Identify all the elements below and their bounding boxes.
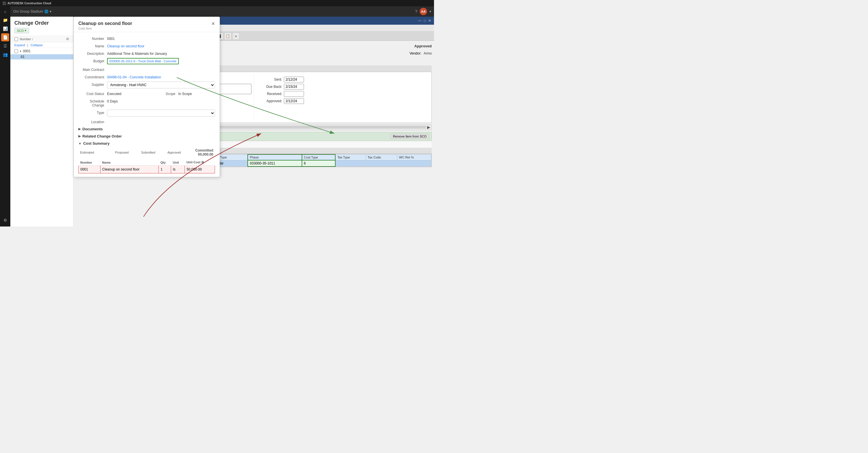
received-row: Received: [256, 91, 427, 97]
approved-label: Approved: [256, 99, 282, 103]
nav-home[interactable]: ⌂ [1, 7, 9, 16]
vendor-value: Arms [424, 51, 432, 55]
nav-chart[interactable]: 📊 [1, 25, 9, 33]
scope-value: In Scope [178, 91, 215, 96]
main-layout: Change Order SCO ▾ Number ↑ ⚙ Expand | C… [10, 17, 434, 227]
col-tax-code: Tax Code [366, 154, 397, 160]
related-co-section[interactable]: ▶ Related Change Order [79, 134, 215, 139]
list-item[interactable]: ▾ 0001 [10, 48, 73, 54]
chevron-icon: ▾ [50, 9, 51, 13]
change-order-panel: Change Order SCO ▾ Number ↑ ⚙ Expand | C… [10, 17, 73, 227]
name-label: Name [79, 43, 107, 48]
expand-link[interactable]: Expand [14, 43, 25, 47]
supplier-label: Supplier [79, 82, 107, 87]
due-back-label: Due Back: [256, 85, 282, 89]
nav-document[interactable]: 📄 [1, 33, 9, 41]
number-row: Number 0001 [79, 36, 215, 41]
supplier-row: Supplier Armstrong - Huel HVAC [79, 82, 215, 88]
name-value: Cleanup on second floor [107, 43, 215, 48]
item-number-cell: 0001 [79, 165, 100, 173]
left-nav: ⌂ 📁 📊 📄 ☰ 👥 ⚙ [0, 6, 10, 227]
select-all-checkbox[interactable] [14, 37, 18, 41]
minimize-btn[interactable]: — [418, 19, 422, 23]
info-right: Sent: Due Back: Received: Approved: [254, 74, 429, 120]
description-label: Description [79, 51, 107, 56]
phase-cell: 033000-35-1011 [248, 160, 302, 167]
due-back-input[interactable] [284, 84, 304, 90]
sent-label: Sent: [256, 78, 282, 82]
help-icon[interactable]: ? [415, 9, 417, 14]
budget-label: Budget [79, 58, 107, 63]
location-label: Location [79, 119, 107, 124]
vendor-label: Vendor: [410, 51, 422, 55]
tool-clipboard[interactable]: 📋 [224, 32, 231, 40]
schedule-change-label: Schedule Change [79, 98, 107, 108]
cost-summary-table: Estimated Proposed Submitted Approved Co… [79, 147, 215, 158]
documents-section[interactable]: ▶ Documents [79, 127, 215, 131]
nav-people[interactable]: 👥 [1, 51, 9, 59]
col-phase: Phase [248, 154, 302, 160]
collapse-link[interactable]: Collapse [30, 43, 43, 47]
globe-icon: 🌐 [44, 9, 49, 13]
cost-status-value: Executed [107, 91, 144, 96]
modal-subtitle: Cost Item [79, 27, 132, 30]
tax-type-cell [335, 160, 366, 167]
maximize-btn[interactable]: □ [424, 19, 426, 23]
chevron-down-icon: ▾ [429, 9, 431, 13]
item-name-cell: Cleanup on second floor [100, 165, 159, 173]
commitment-value: 00498-01-04 - Concrete Installation [107, 74, 215, 79]
cost-summary-section[interactable]: ▼ Cost Summary [79, 141, 215, 146]
sent-row: Sent: [256, 77, 427, 82]
sub-item[interactable]: 01 [10, 54, 73, 59]
item-checkbox[interactable] [14, 49, 18, 53]
due-back-row: Due Back: [256, 84, 427, 90]
nav-settings[interactable]: ⚙ [1, 216, 9, 224]
description-value: Additional Time & Materials for January [107, 51, 215, 56]
schedule-change-row: Schedule Change 0 Days [79, 98, 215, 108]
chevron-down-icon: ▾ [25, 29, 26, 32]
close-btn[interactable]: ✕ [428, 19, 431, 23]
tax-code-cell [366, 160, 397, 167]
main-contract-row: Main Contract [79, 67, 215, 72]
submitted-col: Submitted [130, 147, 157, 158]
nav-arrow-right[interactable]: ▶ [427, 125, 430, 129]
chevron-right-icon-2: ▶ [79, 134, 81, 138]
tool-nav-back[interactable]: « [232, 32, 240, 40]
item-qty-cell: 1 [159, 165, 171, 173]
proposed-col: Proposed [105, 147, 130, 158]
nav-folder[interactable]: 📁 [1, 16, 9, 24]
sco-dropdown[interactable]: SCO ▾ [14, 28, 29, 33]
budget-row: Budget 033000-35-1011-6 - Truck Dock Wal… [79, 58, 215, 64]
list-settings-icon[interactable]: ⚙ [66, 37, 69, 41]
cost-item-modal: Cleanup on second floor Cost Item ✕ Numb… [73, 17, 220, 177]
chevron-down-icon-2: ▼ [79, 142, 82, 145]
project-title: Orn Group Stadium [13, 9, 43, 13]
app-logo: ⬛ AUTODESK Construction Cloud [2, 1, 51, 5]
cost-items-table: Number Name Qty Unit Unit Cost ⚙ 0001 Cl… [79, 159, 215, 173]
type-select[interactable] [107, 110, 215, 117]
item-unit-cell: ls [171, 165, 185, 173]
col-tax-type: Tax Type [335, 154, 366, 160]
col-unit-cost: Unit Cost ⚙ [185, 159, 215, 165]
sent-input[interactable] [284, 77, 304, 82]
modal-body: Number 0001 Name Cleanup on second floor… [74, 32, 220, 177]
number-column-header[interactable]: Number ↑ [20, 37, 33, 41]
erp-window-controls: — □ ✕ [418, 19, 431, 23]
col-unit: Unit [171, 159, 185, 165]
received-input[interactable] [284, 91, 304, 97]
scope-label: Scope [150, 91, 178, 96]
approved-input[interactable] [284, 98, 304, 104]
nav-list[interactable]: ☰ [1, 42, 9, 50]
avatar[interactable]: AA [420, 8, 427, 15]
gear-icon: ⚙ [201, 160, 204, 164]
status-badge: Approved [414, 44, 432, 48]
commitment-row: Commitment 00498-01-04 - Concrete Instal… [79, 74, 215, 79]
number-label: Number [79, 36, 107, 41]
remove-item-btn[interactable]: Remove Item from SCO [391, 134, 429, 139]
type-row: Type [79, 110, 215, 117]
supplier-select[interactable]: Armstrong - Huel HVAC [107, 82, 215, 88]
modal-header: Cleanup on second floor Cost Item ✕ [74, 17, 220, 32]
budget-value: 033000-35-1011-6 - Truck Dock Wall - Con… [107, 58, 179, 64]
main-contract-label: Main Contract [79, 67, 107, 72]
modal-close-button[interactable]: ✕ [211, 21, 215, 26]
